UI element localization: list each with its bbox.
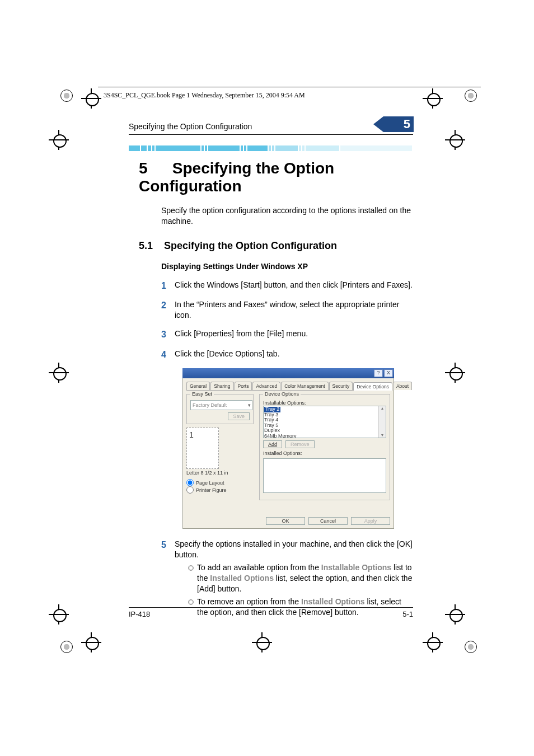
chapter-heading: 5 Specifying the Option Configuration xyxy=(139,159,413,195)
step-text: Click [Properties] from the [File] menu. xyxy=(175,328,308,339)
crop-cross-icon xyxy=(445,604,465,624)
chapter-number: 5 xyxy=(139,159,168,177)
installed-options-list[interactable] xyxy=(263,458,386,493)
subsection-heading: Displaying Settings Under Windows XP xyxy=(161,262,413,271)
step-text: Click the Windows [Start] button, and th… xyxy=(175,280,413,290)
crop-cross-icon xyxy=(445,130,465,150)
ok-button[interactable]: OK xyxy=(266,517,305,525)
crop-cross-icon xyxy=(81,88,101,109)
dialog-tab[interactable]: Ports xyxy=(235,382,252,390)
header-divider xyxy=(129,134,413,135)
save-button[interactable]: Save xyxy=(228,412,250,420)
crop-cross-icon xyxy=(445,363,465,383)
list-item[interactable]: Tray 2 xyxy=(264,407,385,412)
step-number: 3 xyxy=(161,328,175,341)
apply-button[interactable]: Apply xyxy=(351,517,390,525)
section-heading: 5.1 Specifying the Option Configuration xyxy=(139,240,413,252)
add-button[interactable]: Add xyxy=(263,440,282,448)
crop-cross-icon xyxy=(49,604,69,624)
dialog-tab[interactable]: Color Management xyxy=(281,382,328,390)
reg-mark-icon xyxy=(465,90,477,102)
chapter-title: Specifying the Option Configuration xyxy=(139,159,334,195)
crop-cross-icon xyxy=(81,632,101,652)
cancel-button[interactable]: Cancel xyxy=(308,517,348,525)
step-text: Specify the options installed in your ma… xyxy=(175,539,413,560)
dialog-tabstrip: GeneralSharingPortsAdvancedColor Managem… xyxy=(186,382,390,391)
list-item[interactable]: Tray 4 xyxy=(264,417,385,422)
print-frame-border xyxy=(98,87,481,87)
device-options-group: Device Options Installable Options: Tray… xyxy=(259,394,390,500)
printer-figure-radio[interactable]: Printer Figure xyxy=(186,486,254,494)
step-text: Click the [Device Options] tab. xyxy=(175,349,280,359)
device-options-label: Device Options xyxy=(263,391,301,397)
crop-cross-icon xyxy=(423,88,443,109)
list-item[interactable]: Tray 3 xyxy=(264,412,385,417)
close-icon[interactable]: X xyxy=(384,369,393,377)
help-icon[interactable]: ? xyxy=(374,369,383,377)
reg-mark-icon xyxy=(60,90,73,102)
decorative-bars xyxy=(129,145,413,152)
installable-options-label: Installable Options: xyxy=(263,400,386,406)
footer-right: 5-1 xyxy=(402,610,413,618)
installed-options-label: Installed Options: xyxy=(263,450,386,456)
reg-mark-icon xyxy=(465,641,477,653)
scrollbar[interactable] xyxy=(378,406,386,438)
print-header: 3S4SC_PCL_QGE.book Page 1 Wednesday, Sep… xyxy=(104,91,305,100)
page-preview: 1 xyxy=(186,428,219,469)
easy-set-select[interactable]: Factory Default xyxy=(190,400,252,410)
section-number: 5.1 xyxy=(139,240,161,252)
list-item[interactable]: 64Mb Memory xyxy=(264,434,385,439)
dialog-tab[interactable]: Device Options xyxy=(353,382,392,391)
list-item[interactable]: Tray 5 xyxy=(264,423,385,428)
paper-size-label: Letter 8 1/2 x 11 in xyxy=(186,470,254,476)
reg-mark-icon xyxy=(60,641,73,653)
footer-left: IP-418 xyxy=(129,610,150,618)
sub-bullet: To add an available option from the Inst… xyxy=(188,562,413,594)
step-number: 2 xyxy=(161,299,175,312)
step-item: 3Click [Properties] from the [File] menu… xyxy=(161,328,413,341)
step-text: In the “Printers and Faxes” window, sele… xyxy=(175,299,413,321)
chapter-tab: 5 xyxy=(383,116,414,132)
step-number: 4 xyxy=(161,349,175,361)
page-layout-radio[interactable]: Page Layout xyxy=(186,479,254,486)
step-number: 1 xyxy=(161,280,175,292)
easy-set-group: Easy Set Factory Default Save xyxy=(186,394,254,424)
running-head: Specifying the Option Configuration xyxy=(129,122,252,131)
step-item: 2In the “Printers and Faxes” window, sel… xyxy=(161,299,413,321)
section-title: Specifying the Option Configuration xyxy=(164,240,337,251)
dialog-tab[interactable]: Sharing xyxy=(210,382,233,390)
step-item: 4Click the [Device Options] tab. xyxy=(161,349,413,361)
crop-cross-icon xyxy=(49,130,69,150)
dialog-tab[interactable]: Advanced xyxy=(252,382,280,390)
steps-list: 1Click the Windows [Start] button, and t… xyxy=(161,280,413,361)
crop-cross-icon xyxy=(423,632,443,652)
dialog-tab[interactable]: General xyxy=(186,382,210,390)
dialog-tab[interactable]: Security xyxy=(329,382,353,390)
step-item: 1Click the Windows [Start] button, and t… xyxy=(161,280,413,292)
dialog-screenshot: ? X GeneralSharingPortsAdvancedColor Man… xyxy=(182,368,394,529)
page-footer: IP-418 5-1 xyxy=(129,607,413,618)
step-number: 5 xyxy=(161,539,175,551)
chapter-intro: Specify the option configuration accordi… xyxy=(161,205,413,227)
dialog-tab[interactable]: About xyxy=(393,382,412,390)
crop-cross-icon xyxy=(49,363,69,383)
crop-cross-icon xyxy=(252,632,272,652)
dialog-titlebar: ? X xyxy=(182,368,394,378)
remove-button[interactable]: Remove xyxy=(285,440,315,448)
installable-options-list[interactable]: Tray 2Tray 3Tray 4Tray 5Duplex64Mb Memor… xyxy=(263,406,386,438)
easy-set-label: Easy Set xyxy=(190,391,214,397)
